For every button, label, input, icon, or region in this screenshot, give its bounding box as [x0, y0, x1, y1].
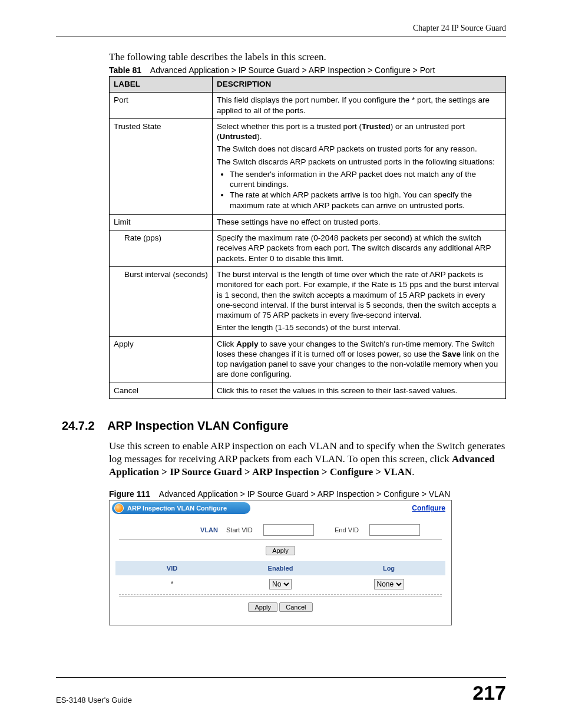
table-caption-path: Advanced Application > IP Source Guard >…	[150, 65, 435, 75]
header-rule	[56, 37, 506, 37]
table-cell-label: Burst interval (seconds)	[110, 266, 213, 336]
figure-caption-prefix: Figure 111	[109, 489, 150, 499]
table-cell-description: Specify the maximum rate (0-2048 packets…	[212, 230, 505, 267]
table-caption-prefix: Table 81	[109, 65, 141, 75]
table-row: PortThis field displays the port number.…	[110, 93, 506, 119]
figure-caption-path: Advanced Application > IP Source Guard >…	[159, 489, 450, 499]
table-cell-label: Cancel	[110, 383, 213, 398]
col-enabled: Enabled	[226, 565, 335, 572]
screenshot-title-pill: ARP Inspection VLAN Configure	[112, 502, 250, 514]
footer-guide: ES-3148 User's Guide	[56, 696, 132, 704]
table-cell-description: Click this to reset the values in this s…	[212, 383, 505, 398]
figure-caption: Figure 111 Advanced Application > IP Sou…	[109, 489, 506, 499]
grid-header-row: VID Enabled Log	[115, 561, 445, 575]
screenshot-title: ARP Inspection VLAN Configure	[127, 505, 227, 512]
table-row: LimitThese settings have no effect on tr…	[110, 214, 506, 230]
col-log: Log	[335, 565, 443, 572]
table-row: ApplyClick Apply to save your changes to…	[110, 336, 506, 383]
col-vid: VID	[118, 565, 226, 572]
apply-button-top[interactable]: Apply	[266, 546, 295, 555]
section-title: ARP Inspection VLAN Configure	[107, 419, 288, 432]
footer-page-number: 217	[472, 681, 506, 704]
intro-text: The following table describes the labels…	[109, 51, 506, 63]
th-label: LABEL	[110, 77, 213, 93]
end-vid-input[interactable]	[369, 524, 420, 536]
enabled-select[interactable]: No	[269, 579, 292, 589]
table-cell-description: These settings have no effect on trusted…	[212, 214, 505, 230]
table-caption: Table 81 Advanced Application > IP Sourc…	[109, 65, 506, 75]
table-cell-label: Apply	[110, 336, 213, 383]
start-vid-input[interactable]	[263, 524, 314, 536]
section-heading: 24.7.2 ARP Inspection VLAN Configure	[62, 419, 506, 433]
table-cell-label: Rate (pps)	[110, 230, 213, 267]
shot-sep-dashed	[119, 594, 442, 595]
section-gap	[98, 419, 104, 432]
table-cell-description: Click Apply to save your changes to the …	[212, 336, 505, 383]
table-row: CancelClick this to reset the values in …	[110, 383, 506, 398]
table-cell-label: Port	[110, 93, 213, 119]
table-cell-label: Limit	[110, 214, 213, 230]
grid-data-row: * No None	[115, 575, 445, 593]
table-row: Burst interval (seconds)The burst interv…	[110, 266, 506, 336]
configure-link[interactable]: Configure	[412, 504, 445, 512]
chapter-running-head: Chapter 24 IP Source Guard	[56, 24, 506, 33]
figure-caption-sep	[153, 489, 157, 499]
page-footer: ES-3148 User's Guide 217	[56, 677, 506, 704]
vlan-label: VLAN	[118, 526, 226, 533]
th-description: DESCRIPTION	[212, 77, 505, 93]
start-vid-label: Start VID	[226, 526, 261, 533]
cancel-button[interactable]: Cancel	[279, 602, 312, 612]
footer-rule	[56, 677, 506, 678]
embedded-screenshot: ARP Inspection VLAN Configure Configure …	[109, 500, 452, 625]
vid-value: *	[118, 580, 226, 588]
label-description-table: LABEL DESCRIPTION PortThis field display…	[109, 76, 506, 399]
table-caption-sep	[144, 65, 148, 75]
table-row: Rate (pps)Specify the maximum rate (0-20…	[110, 230, 506, 267]
apply-button-bottom[interactable]: Apply	[248, 602, 277, 612]
table-row: Trusted StateSelect whether this port is…	[110, 118, 506, 214]
table-cell-description: Select whether this port is a trusted po…	[212, 118, 505, 214]
section-paragraph: Use this screen to enable ARP inspection…	[109, 440, 506, 479]
section-number: 24.7.2	[62, 419, 95, 432]
end-vid-label: End VID	[335, 526, 367, 533]
table-cell-label: Trusted State	[110, 118, 213, 214]
log-select[interactable]: None	[374, 579, 404, 589]
table-cell-description: The burst interval is the length of time…	[212, 266, 505, 336]
pill-dot-icon	[114, 503, 124, 513]
table-cell-description: This field displays the port number. If …	[212, 93, 505, 119]
